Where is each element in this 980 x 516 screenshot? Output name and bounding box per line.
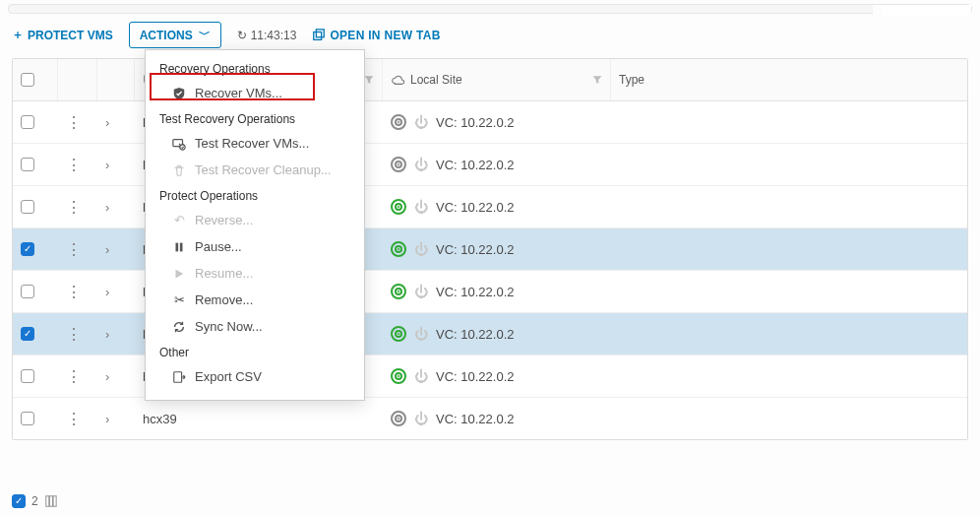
row-type-cell	[611, 101, 980, 143]
menu-item-label: Test Recover VMs...	[195, 136, 309, 151]
actions-button[interactable]: ACTIONS ﹀	[129, 22, 221, 48]
header-actions-cell	[58, 59, 97, 100]
footer-selection-indicator[interactable]	[12, 494, 26, 508]
play-icon	[171, 267, 187, 281]
status-ring-icon	[391, 241, 406, 257]
row-type-cell	[611, 355, 980, 397]
row-checkbox[interactable]	[21, 327, 34, 341]
kebab-menu-icon[interactable]: ⋮	[66, 240, 82, 259]
header-type[interactable]: Type	[611, 59, 980, 100]
shield-check-icon	[171, 87, 187, 100]
menu-item-pause[interactable]: Pause...	[146, 233, 364, 260]
svg-rect-9	[45, 496, 48, 507]
chevron-down-icon: ﹀	[199, 27, 211, 43]
kebab-menu-icon[interactable]: ⋮	[66, 198, 82, 217]
status-ring-icon	[391, 199, 406, 215]
chevron-right-icon[interactable]: ›	[105, 412, 109, 426]
site-label: VC: 10.22.0.2	[436, 412, 515, 426]
row-checkbox[interactable]	[21, 115, 34, 129]
row-checkbox[interactable]	[21, 285, 34, 298]
menu-item-recover-vms[interactable]: Recover VMs...	[146, 80, 364, 106]
chevron-right-icon[interactable]: ›	[105, 115, 109, 130]
site-label: VC: 10.22.0.2	[436, 242, 515, 257]
refresh-icon: ↻	[237, 29, 247, 42]
row-checkbox-cell	[13, 228, 58, 270]
row-site-cell: ⏻VC: 10.22.0.2	[383, 271, 611, 312]
protect-vms-label: PROTECT VMS	[28, 29, 113, 42]
row-expand-cell: ›	[97, 101, 135, 143]
svg-rect-4	[176, 242, 179, 251]
power-icon: ⏻	[414, 368, 428, 384]
row-site-cell: ⏻VC: 10.22.0.2	[383, 398, 611, 439]
row-type-cell	[611, 313, 980, 355]
header-type-label: Type	[619, 73, 644, 87]
sync-icon	[171, 320, 187, 334]
svg-rect-6	[174, 371, 182, 382]
menu-item-label: Test Recover Cleanup...	[195, 162, 332, 177]
row-expand-cell: ›	[97, 398, 135, 439]
trash-icon	[171, 163, 187, 177]
power-icon: ⏻	[414, 326, 428, 342]
row-type-cell	[611, 186, 980, 227]
row-site-cell: ⏻VC: 10.22.0.2	[383, 101, 611, 143]
menu-section-other: Other	[146, 340, 364, 363]
cloud-icon	[391, 73, 404, 87]
table-row[interactable]: ⋮›hcx39⏻VC: 10.22.0.2	[13, 398, 967, 439]
header-expand-cell	[97, 59, 135, 100]
row-checkbox[interactable]	[21, 158, 34, 171]
menu-item-sync-now[interactable]: Sync Now...	[146, 313, 364, 340]
row-vm-cell: hcx39	[135, 398, 383, 439]
row-checkbox[interactable]	[21, 369, 34, 383]
kebab-menu-icon[interactable]: ⋮	[66, 156, 82, 174]
kebab-menu-icon[interactable]: ⋮	[66, 410, 82, 428]
filter-icon[interactable]	[364, 75, 374, 85]
kebab-menu-icon[interactable]: ⋮	[66, 113, 82, 132]
row-expand-cell: ›	[97, 271, 135, 312]
row-checkbox-cell	[13, 355, 58, 397]
kebab-menu-icon[interactable]: ⋮	[66, 325, 82, 344]
vm-name: hcx39	[143, 412, 177, 426]
row-type-cell	[611, 228, 980, 270]
pause-icon	[171, 240, 187, 254]
menu-item-reverse: ↶ Reverse...	[146, 207, 364, 233]
power-icon: ⏻	[414, 199, 428, 215]
row-checkbox-cell	[13, 101, 58, 143]
menu-item-remove[interactable]: ✂ Remove...	[146, 287, 364, 313]
select-all-checkbox[interactable]	[21, 73, 34, 87]
undo-icon: ↶	[171, 213, 187, 227]
protect-vms-button[interactable]: ＋ PROTECT VMS	[12, 27, 113, 43]
row-checkbox[interactable]	[21, 200, 34, 214]
menu-item-export-csv[interactable]: Export CSV	[146, 363, 364, 390]
chevron-right-icon[interactable]: ›	[105, 285, 109, 299]
svg-rect-10	[49, 496, 52, 507]
row-type-cell	[611, 398, 980, 439]
header-site[interactable]: Local Site	[383, 59, 611, 100]
open-in-new-tab-button[interactable]: OPEN IN NEW TAB	[312, 29, 440, 42]
site-label: VC: 10.22.0.2	[436, 200, 515, 215]
svg-rect-11	[53, 496, 56, 507]
menu-item-resume: Resume...	[146, 260, 364, 287]
kebab-menu-icon[interactable]: ⋮	[66, 367, 82, 386]
chevron-right-icon[interactable]: ›	[105, 327, 109, 342]
row-checkbox[interactable]	[21, 412, 34, 425]
refresh-timer[interactable]: ↻ 11:43:13	[237, 29, 297, 42]
menu-item-test-recover-vms[interactable]: Test Recover VMs...	[146, 130, 364, 157]
status-ring-icon	[391, 157, 406, 172]
row-actions-cell: ⋮	[58, 398, 97, 439]
header-checkbox-cell	[13, 59, 58, 100]
menu-item-label: Pause...	[195, 239, 242, 254]
chevron-right-icon[interactable]: ›	[105, 158, 109, 172]
kebab-menu-icon[interactable]: ⋮	[66, 283, 82, 301]
chevron-right-icon[interactable]: ›	[105, 200, 109, 215]
site-label: VC: 10.22.0.2	[436, 158, 515, 172]
menu-item-label: Reverse...	[195, 213, 253, 227]
columns-toggle-icon[interactable]	[44, 494, 58, 508]
site-label: VC: 10.22.0.2	[436, 285, 515, 299]
status-ring-icon	[391, 114, 406, 130]
row-actions-cell: ⋮	[58, 355, 97, 397]
row-checkbox[interactable]	[21, 242, 34, 256]
chevron-right-icon[interactable]: ›	[105, 242, 109, 257]
row-expand-cell: ›	[97, 144, 135, 185]
filter-icon[interactable]	[592, 75, 602, 85]
chevron-right-icon[interactable]: ›	[105, 369, 109, 384]
